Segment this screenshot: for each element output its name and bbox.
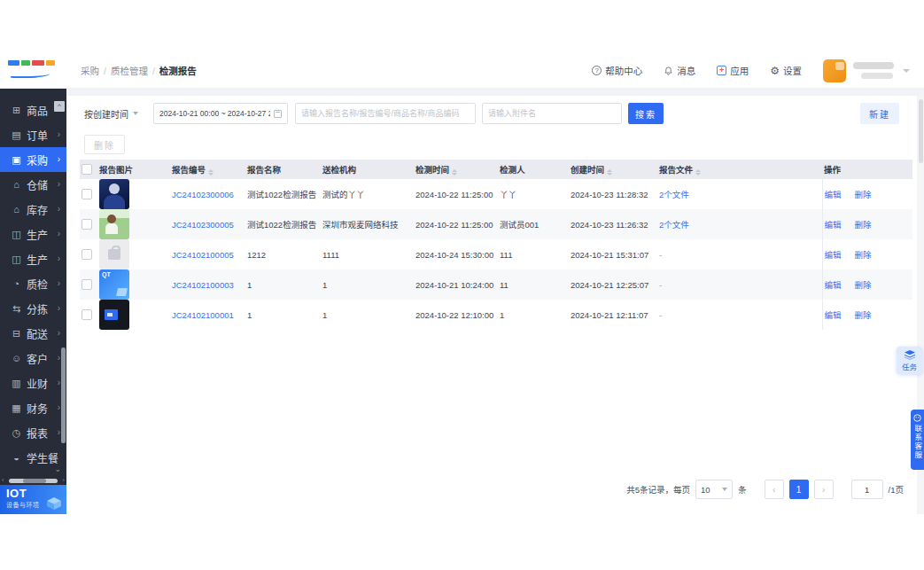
- brand-logo[interactable]: [0, 53, 66, 89]
- row-checkbox[interactable]: [82, 249, 92, 260]
- delete-link[interactable]: 删除: [855, 280, 872, 290]
- attachment-search-field[interactable]: [482, 103, 622, 124]
- sidebar-item-production[interactable]: ◫生产›: [0, 246, 66, 271]
- scrollbar-thumb[interactable]: [919, 99, 923, 163]
- column-header[interactable]: 报告文件: [657, 160, 822, 179]
- row-checkbox[interactable]: [82, 189, 92, 199]
- prev-page-button[interactable]: ‹: [765, 480, 784, 499]
- scroll-left-icon[interactable]: ‹: [2, 476, 4, 484]
- apps-button[interactable]: + 应用: [717, 64, 749, 77]
- row-checkbox[interactable]: [82, 309, 92, 320]
- report-no-link[interactable]: JC24102100005: [172, 250, 234, 260]
- chevron-right-icon: ›: [58, 205, 60, 214]
- user-menu[interactable]: [823, 59, 910, 82]
- search-button[interactable]: 搜索: [628, 103, 664, 124]
- date-range-input[interactable]: [153, 103, 288, 124]
- breadcrumb-item: 检测报告: [159, 64, 197, 77]
- column-header[interactable]: 创建时间: [569, 160, 657, 179]
- delete-link[interactable]: 删除: [855, 220, 872, 230]
- page-jump-input[interactable]: [851, 480, 883, 499]
- report-no-link[interactable]: JC24102300005: [172, 220, 234, 230]
- agency-cell: 深圳市观麦网络科技: [321, 209, 414, 239]
- sidebar-item-sorting[interactable]: ⇆分拣›: [0, 296, 66, 321]
- files-cell: -: [657, 300, 822, 330]
- time-field-select[interactable]: 按创建时间: [84, 107, 153, 121]
- page-1-button[interactable]: 1: [789, 480, 809, 499]
- attachment-input[interactable]: [483, 104, 621, 123]
- sidebar-scroll-up-button[interactable]: ^: [54, 101, 65, 112]
- sidebar-item-delivery[interactable]: ⊟配送›: [0, 321, 66, 346]
- edit-link[interactable]: 编辑: [825, 310, 842, 320]
- sidebar-item-quality[interactable]: ◔质检›: [0, 271, 66, 296]
- business-finance-icon: ▥: [10, 378, 23, 389]
- date-range-value[interactable]: [159, 109, 270, 118]
- operations-cell: 编辑删除: [822, 269, 912, 300]
- delete-link[interactable]: 删除: [855, 250, 872, 260]
- keyword-input[interactable]: [296, 104, 475, 123]
- sidebar-item-label: 客户: [27, 351, 48, 366]
- report-thumbnail[interactable]: [99, 239, 129, 269]
- sidebar-item-label: 配送: [27, 326, 48, 341]
- sidebar-scroll-down-icon[interactable]: ⌄: [54, 465, 61, 473]
- warehouse-icon: ⌂: [10, 179, 23, 190]
- sidebar-item-production[interactable]: ◫生产›: [0, 222, 66, 246]
- sidebar-vertical-scrollbar[interactable]: [61, 347, 66, 443]
- report-thumbnail[interactable]: [99, 300, 129, 330]
- scrollbar-thumb[interactable]: [23, 479, 46, 483]
- breadcrumb-item[interactable]: 质检管理: [111, 64, 148, 77]
- edit-link[interactable]: 编辑: [825, 280, 842, 290]
- breadcrumb-separator: /: [104, 66, 106, 76]
- chevron-right-icon: ›: [58, 130, 60, 139]
- settings-button[interactable]: ⚙ 设置: [770, 64, 802, 77]
- total-pages-label: /1页: [889, 483, 904, 496]
- report-no-link[interactable]: JC24102100001: [172, 310, 234, 320]
- keyword-search-field[interactable]: [295, 103, 476, 124]
- column-header[interactable]: 检测时间: [414, 160, 498, 179]
- breadcrumb-item[interactable]: 采购: [81, 64, 99, 77]
- next-page-button[interactable]: ›: [814, 480, 834, 499]
- sidebar-item-order[interactable]: ▤订单›: [0, 122, 66, 147]
- edit-link[interactable]: 编辑: [825, 220, 842, 230]
- scroll-right-icon[interactable]: ›: [62, 476, 65, 484]
- settings-label: 设置: [783, 64, 802, 77]
- column-header-label: 创建时间: [571, 165, 604, 175]
- page-size-select[interactable]: 10: [695, 480, 733, 499]
- sidebar-item-business-finance[interactable]: ▥业财›: [0, 371, 66, 395]
- report-files-link[interactable]: 2个文件: [659, 220, 689, 230]
- sidebar-item-warehouse[interactable]: ⌂仓储›: [0, 172, 66, 197]
- sidebar-item-purchase[interactable]: ▣采购›: [0, 147, 66, 172]
- user-name-redacted: [853, 61, 896, 81]
- contact-support-floating-button[interactable]: 联系客服: [911, 410, 924, 470]
- sidebar-item-customer[interactable]: ☺客户›: [0, 346, 66, 371]
- report-thumbnail[interactable]: [99, 209, 129, 239]
- select-all-checkbox[interactable]: [82, 164, 92, 175]
- tasks-floating-button[interactable]: 任务: [897, 347, 922, 374]
- messages-button[interactable]: 消息: [664, 64, 695, 77]
- sidebar-item-finance[interactable]: ▦财务›: [0, 395, 66, 420]
- create-button[interactable]: 新建: [860, 103, 899, 124]
- sort-icon[interactable]: [695, 169, 701, 176]
- edit-link[interactable]: 编辑: [825, 250, 842, 260]
- total-records-label: 共5条记录，每页: [626, 483, 690, 496]
- delete-link[interactable]: 删除: [855, 190, 872, 199]
- column-header[interactable]: 报告编号: [170, 160, 245, 179]
- edit-link[interactable]: 编辑: [825, 190, 842, 199]
- report-thumbnail[interactable]: [99, 269, 129, 300]
- sidebar-item-report[interactable]: ◷报表›: [0, 420, 66, 445]
- report-files-link[interactable]: 2个文件: [659, 190, 689, 199]
- sort-icon[interactable]: [208, 169, 214, 176]
- sort-icon[interactable]: [452, 169, 457, 176]
- column-header-label: 报告图片: [99, 165, 133, 175]
- sidebar-item-inventory[interactable]: ⌂库存›: [0, 197, 66, 222]
- row-checkbox[interactable]: [82, 279, 92, 290]
- report-no-link[interactable]: JC24102100003: [172, 280, 234, 290]
- batch-delete-button[interactable]: 删除: [84, 135, 125, 154]
- help-center-button[interactable]: ? 帮助中心: [592, 64, 642, 77]
- delete-link[interactable]: 删除: [855, 310, 872, 320]
- sort-icon[interactable]: [607, 169, 612, 176]
- sidebar-horizontal-scrollbar[interactable]: ‹ ›: [0, 477, 66, 485]
- iot-module-entry[interactable]: IOT 设备与环境: [0, 485, 66, 514]
- row-checkbox[interactable]: [82, 219, 92, 230]
- report-thumbnail[interactable]: [99, 179, 129, 209]
- report-no-link[interactable]: JC24102300006: [172, 190, 234, 199]
